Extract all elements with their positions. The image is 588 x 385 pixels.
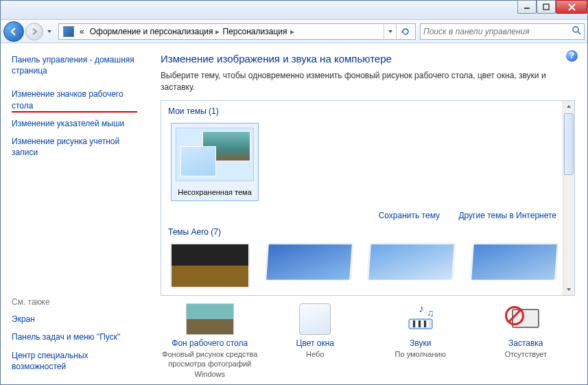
window-color-desc: Небо xyxy=(266,349,365,359)
aero-theme-thumb[interactable] xyxy=(171,244,249,288)
page-subtitle: Выберите тему, чтобы одновременно измени… xyxy=(161,70,575,93)
scrollbar[interactable] xyxy=(563,101,574,296)
themes-list: Мои темы (1) Несохраненная тема Сохранит… xyxy=(161,100,575,296)
background-thumbnail-icon xyxy=(186,303,234,335)
scroll-up-button[interactable] xyxy=(563,101,574,113)
address-bar[interactable]: « Оформление и персонализация ▸ Персонал… xyxy=(58,23,416,40)
see-also-taskbar-link[interactable]: Панель задач и меню "Пуск" xyxy=(12,331,143,342)
personalization-settings-row: Фон рабочего стола Фоновый рисунок средс… xyxy=(161,296,575,379)
see-also-display-link[interactable]: Экран xyxy=(12,314,143,325)
search-icon[interactable] xyxy=(572,25,581,37)
window-color-icon xyxy=(299,303,331,335)
desktop-background-setting[interactable]: Фон рабочего стола Фоновый рисунок средс… xyxy=(161,303,259,379)
body: Панель управления - домашняя страница Из… xyxy=(1,43,587,384)
back-button[interactable] xyxy=(3,21,24,42)
svg-line-5 xyxy=(578,32,580,34)
aero-theme-thumb[interactable] xyxy=(266,244,353,281)
svg-rect-13 xyxy=(421,320,423,327)
sounds-icon: ♪ ♫ xyxy=(397,303,445,336)
help-icon[interactable]: ? xyxy=(566,50,578,62)
search-input[interactable] xyxy=(423,27,572,36)
window-color-setting[interactable]: Цвет окна Небо xyxy=(266,303,365,379)
titlebar xyxy=(1,1,587,20)
breadcrumb-separator: ▸ xyxy=(290,27,294,36)
svg-rect-11 xyxy=(416,320,418,327)
theme-thumbnail xyxy=(176,128,254,181)
screensaver-desc: Отсутствует xyxy=(477,349,576,359)
screensaver-setting[interactable]: Заставка Отсутствует xyxy=(477,303,576,379)
svg-rect-14 xyxy=(424,320,426,327)
close-button[interactable] xyxy=(556,0,587,14)
see-also-header: См. также xyxy=(12,297,143,307)
aero-themes-row xyxy=(167,240,561,288)
aero-themes-header: Темы Aero (7) xyxy=(167,224,561,240)
theme-name-label: Несохраненная тема xyxy=(176,188,254,196)
svg-point-4 xyxy=(573,27,578,32)
svg-rect-10 xyxy=(413,320,415,327)
online-themes-link[interactable]: Другие темы в Интернете xyxy=(458,211,556,220)
svg-rect-12 xyxy=(419,320,421,327)
control-panel-window: « Оформление и персонализация ▸ Персонал… xyxy=(0,0,588,385)
control-panel-icon xyxy=(63,26,74,37)
sounds-setting[interactable]: ♪ ♫ Звуки По умолчанию xyxy=(371,303,470,379)
see-also-ease-of-access-link[interactable]: Центр специальных возможностей xyxy=(12,350,143,372)
theme-item-unsaved[interactable]: Несохраненная тема xyxy=(171,123,259,201)
scroll-down-button[interactable] xyxy=(563,283,574,295)
aero-theme-thumb[interactable] xyxy=(471,244,558,281)
save-theme-link[interactable]: Сохранить тему xyxy=(379,211,440,220)
control-panel-home-link[interactable]: Панель управления - домашняя страница xyxy=(12,54,143,76)
my-themes-header: Мои темы (1) xyxy=(167,104,561,119)
window-color-link[interactable]: Цвет окна xyxy=(266,338,365,348)
breadcrumb-parent[interactable]: Оформление и персонализация xyxy=(87,27,216,36)
sidebar: Панель управления - домашняя страница Из… xyxy=(1,43,148,384)
desktop-background-link[interactable]: Фон рабочего стола xyxy=(161,338,259,348)
breadcrumb-prefix: « xyxy=(77,27,87,36)
sidebar-desktop-icons-link[interactable]: Изменение значков рабочего стола xyxy=(12,89,143,110)
sounds-link[interactable]: Звуки xyxy=(371,338,470,348)
breadcrumb-current[interactable]: Персонализация xyxy=(220,27,290,36)
forward-button[interactable] xyxy=(25,23,43,40)
svg-rect-15 xyxy=(427,320,429,327)
navigation-bar: « Оформление и персонализация ▸ Персонал… xyxy=(1,20,587,43)
sidebar-mouse-pointers-link[interactable]: Изменение указателей мыши xyxy=(12,118,143,129)
search-box[interactable] xyxy=(420,23,585,40)
sounds-desc: По умолчанию xyxy=(371,349,470,359)
screensaver-icon xyxy=(508,303,543,335)
svg-text:♫: ♫ xyxy=(427,307,434,318)
main-content: ? Изменение изображения и звука на компь… xyxy=(148,43,587,384)
desktop-background-desc: Фоновый рисунок средства просмотра фотог… xyxy=(161,349,259,379)
screensaver-link[interactable]: Заставка xyxy=(477,338,576,348)
svg-rect-1 xyxy=(543,4,549,10)
minimize-button[interactable] xyxy=(517,0,537,14)
aero-theme-thumb[interactable] xyxy=(368,244,455,281)
scroll-thumb[interactable] xyxy=(564,113,574,175)
history-dropdown[interactable] xyxy=(45,21,54,42)
sidebar-account-picture-link[interactable]: Изменение рисунка учетной записи xyxy=(12,136,143,158)
page-title: Изменение изображения и звука на компьют… xyxy=(161,53,575,65)
refresh-button[interactable] xyxy=(396,24,414,39)
svg-rect-9 xyxy=(410,320,412,327)
svg-text:♪: ♪ xyxy=(419,303,424,314)
maximize-button[interactable] xyxy=(537,0,556,14)
address-dropdown[interactable] xyxy=(384,24,396,39)
